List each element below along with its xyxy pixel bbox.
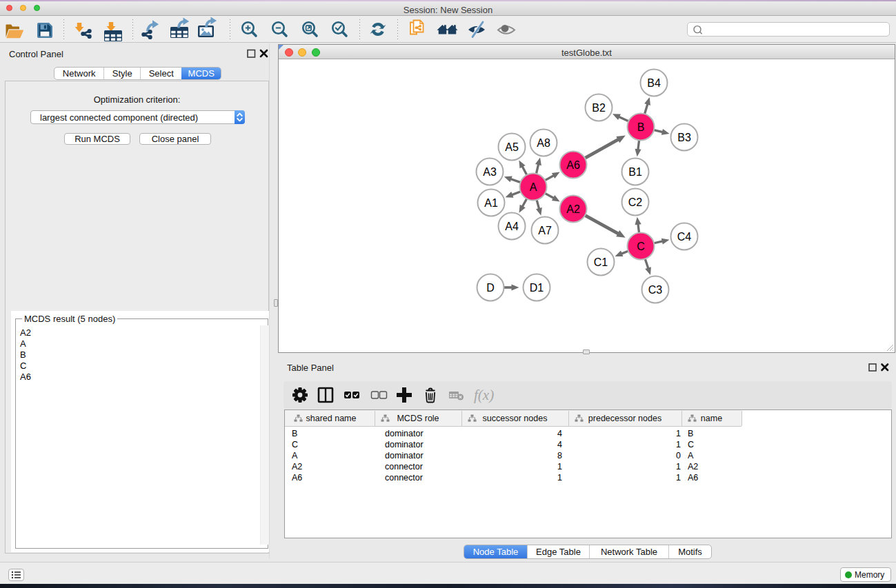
svg-text:C1: C1 <box>594 256 608 268</box>
svg-text:C4: C4 <box>677 231 692 243</box>
svg-text:A: A <box>530 181 537 193</box>
svg-text:C2: C2 <box>628 196 643 208</box>
svg-text:C3: C3 <box>648 284 663 296</box>
svg-text:f(x): f(x) <box>474 387 494 403</box>
svg-text:A4: A4 <box>505 221 519 232</box>
svg-text:B: B <box>637 121 645 133</box>
svg-text:B1: B1 <box>628 166 642 178</box>
svg-text:A3: A3 <box>483 166 497 178</box>
svg-text:B4: B4 <box>647 77 661 89</box>
svg-text:A2: A2 <box>566 203 580 215</box>
svg-text:D1: D1 <box>530 282 544 294</box>
svg-text:D: D <box>486 282 495 294</box>
svg-text:B3: B3 <box>677 132 691 143</box>
svg-text:A6: A6 <box>566 159 580 171</box>
svg-text:C: C <box>637 241 645 252</box>
svg-text:A7: A7 <box>538 225 552 236</box>
svg-text:B2: B2 <box>592 102 606 114</box>
svg-text:A5: A5 <box>505 141 519 153</box>
svg-text:A1: A1 <box>484 197 498 209</box>
svg-text:A8: A8 <box>537 137 550 149</box>
